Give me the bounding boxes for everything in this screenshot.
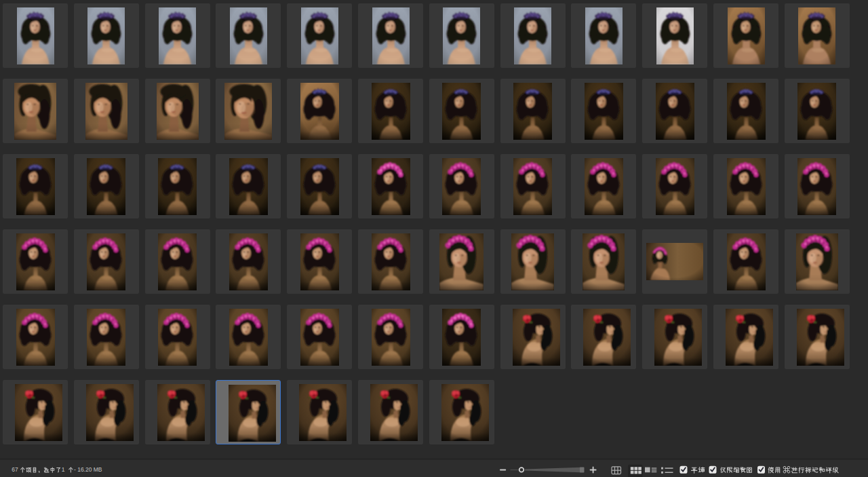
svg-text:- 16.20 MB: - 16.20 MB — [74, 466, 102, 473]
svg-text:1: 1 — [62, 466, 65, 473]
svg-text:67: 67 — [12, 466, 18, 473]
